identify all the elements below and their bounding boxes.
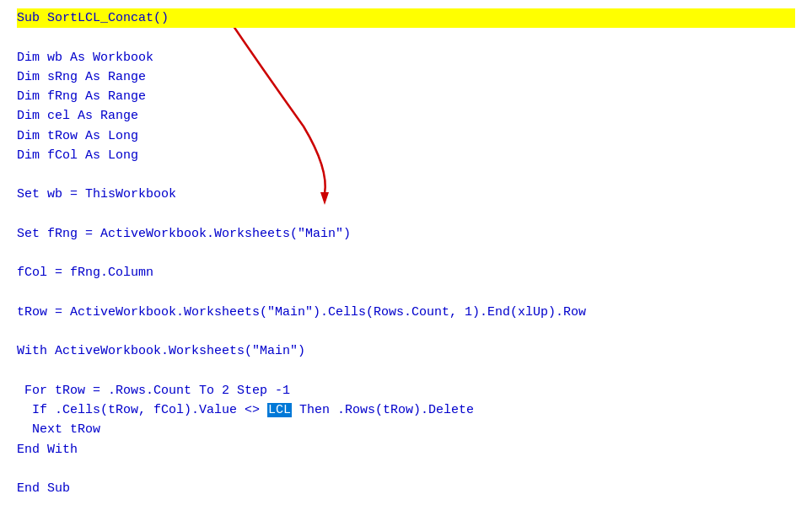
code-line-16: tRow = ActiveWorkbook.Worksheets("Main")…: [17, 303, 795, 322]
code-line-5: Dim fRng As Range: [17, 87, 795, 106]
code-line-22: Next tRow: [17, 420, 795, 439]
code-line-15: [17, 283, 795, 303]
code-line-17: [17, 322, 795, 341]
code-editor: Sub SortLCL_Concat() Dim wb As Workbook …: [0, 0, 812, 521]
code-line-23: End With: [17, 440, 795, 459]
code-line-14: fCol = fRng.Column: [17, 263, 795, 282]
highlighted-lcl-word: LCL: [267, 403, 292, 417]
code-line-1: Sub SortLCL_Concat(): [17, 8, 795, 28]
code-line-9: [17, 165, 795, 185]
code-line-24: [17, 459, 795, 479]
code-line-19: [17, 362, 795, 381]
code-line-7: Dim tRow As Long: [17, 126, 795, 146]
code-line-2: [17, 28, 795, 47]
code-line-25: End Sub: [17, 479, 795, 498]
code-line-21: If .Cells(tRow, fCol).Value <> LCL Then …: [17, 400, 795, 420]
code-line-12: Set fRng = ActiveWorkbook.Worksheets("Ma…: [17, 224, 795, 244]
code-line-11: [17, 205, 795, 224]
code-line-13: [17, 244, 795, 263]
code-line-4: Dim sRng As Range: [17, 67, 795, 87]
code-line-3: Dim wb As Workbook: [17, 48, 795, 67]
code-line-10: Set wb = ThisWorkbook: [17, 185, 795, 204]
code-line-18: With ActiveWorkbook.Worksheets("Main"): [17, 341, 795, 361]
code-line-8: Dim fCol As Long: [17, 146, 795, 165]
code-line-20: For tRow = .Rows.Count To 2 Step -1: [17, 381, 795, 400]
code-line-6: Dim cel As Range: [17, 106, 795, 126]
